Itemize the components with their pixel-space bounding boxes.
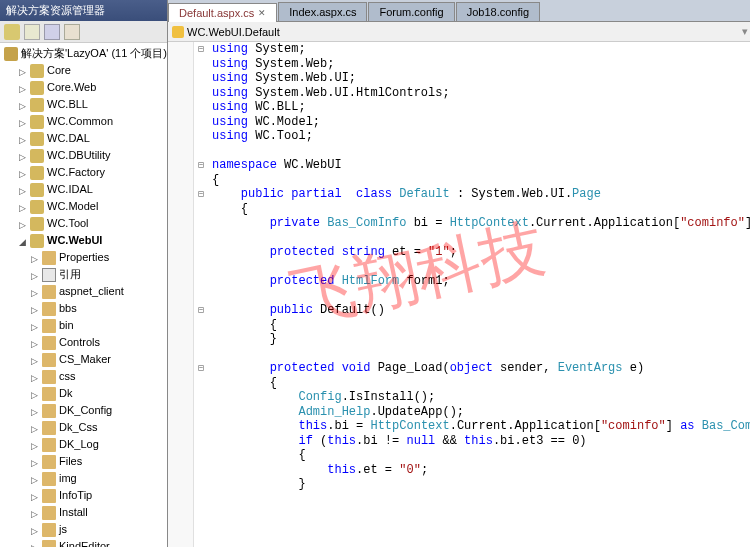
expand-icon[interactable]: ▷ [28,354,40,366]
expand-icon[interactable]: ▷ [16,133,28,145]
code-line[interactable]: protected string et = "1"; [212,245,750,260]
code-line[interactable]: private Bas_ComInfo bi = HttpContext.Cur… [212,216,750,231]
code-line[interactable]: { [212,318,750,333]
code-line[interactable]: using System; [212,42,750,57]
expand-icon[interactable]: ▷ [28,456,40,468]
code-line[interactable]: Admin_Help.UpdateApp(); [212,405,750,420]
code-line[interactable]: protected HtmlForm form1; [212,274,750,289]
code-line[interactable]: using System.Web; [212,57,750,72]
code-area[interactable]: using System;using System.Web;using Syst… [208,42,750,547]
expand-icon[interactable]: ▷ [28,286,40,298]
tree-folder[interactable]: ▷bin [0,317,167,334]
project-node[interactable]: ▷WC.DAL [0,130,167,147]
toolbar-home-icon[interactable] [24,24,40,40]
code-line[interactable]: this.et = "0"; [212,463,750,478]
code-line[interactable]: using System.Web.UI; [212,71,750,86]
code-line[interactable] [212,289,750,304]
fold-toggle[interactable]: ⊟ [194,158,208,173]
expand-icon[interactable]: ▷ [28,388,40,400]
expand-icon[interactable]: ▷ [28,405,40,417]
solution-node[interactable]: 解决方案'LazyOA' (11 个项目) [0,45,167,62]
expand-icon[interactable]: ▷ [28,303,40,315]
tree-folder[interactable]: ▷KindEditor [0,538,167,547]
code-line[interactable] [212,144,750,159]
project-active[interactable]: ◢ WC.WebUI [0,232,167,249]
expand-icon[interactable]: ▷ [28,252,40,264]
code-line[interactable]: if (this.bi != null && this.bi.et3 == 0) [212,434,750,449]
code-line[interactable] [212,347,750,362]
toolbar-refresh-icon[interactable] [4,24,20,40]
expand-icon[interactable]: ▷ [28,507,40,519]
toolbar-showall-icon[interactable] [64,24,80,40]
fold-toggle[interactable]: ⊟ [194,361,208,376]
tree-folder[interactable]: ▷InfoTip [0,487,167,504]
code-line[interactable]: protected void Page_Load(object sender, … [212,361,750,376]
fold-toggle[interactable]: ⊟ [194,42,208,57]
editor-tab[interactable]: Job18.config [456,2,540,21]
code-line[interactable]: using System.Web.UI.HtmlControls; [212,86,750,101]
tree-folder[interactable]: ▷img [0,470,167,487]
tree-folder[interactable]: ▷DK_Config [0,402,167,419]
expand-icon[interactable]: ▷ [16,99,28,111]
code-line[interactable]: public Default() [212,303,750,318]
code-line[interactable]: Config.IsInstall(); [212,390,750,405]
fold-toggle[interactable]: ⊟ [194,187,208,202]
editor-tab[interactable]: Default.aspx.cs✕ [168,3,277,22]
project-node[interactable]: ▷WC.BLL [0,96,167,113]
expand-icon[interactable]: ◢ [16,235,28,247]
tree-folder[interactable]: ▷Dk_Css [0,419,167,436]
expand-icon[interactable]: ▷ [28,422,40,434]
tree-folder[interactable]: ▷Controls [0,334,167,351]
tree-folder[interactable]: ▷bbs [0,300,167,317]
expand-icon[interactable]: ▷ [16,65,28,77]
expand-icon[interactable]: ▷ [28,371,40,383]
tree-folder[interactable]: ▷Files [0,453,167,470]
expand-icon[interactable]: ▷ [16,150,28,162]
project-node[interactable]: ▷Core [0,62,167,79]
expand-icon[interactable]: ▷ [16,167,28,179]
expand-icon[interactable]: ▷ [28,337,40,349]
fold-toggle[interactable]: ⊟ [194,303,208,318]
tree-folder[interactable]: ▷css [0,368,167,385]
tree-folder[interactable]: ▷Install [0,504,167,521]
expand-icon[interactable]: ▷ [16,184,28,196]
code-line[interactable]: } [212,332,750,347]
fold-column[interactable]: ⊟⊟⊟⊟⊟ [194,42,208,547]
toolbar-properties-icon[interactable] [44,24,60,40]
close-icon[interactable]: ✕ [258,8,266,18]
code-line[interactable]: { [212,376,750,391]
project-node[interactable]: ▷WC.IDAL [0,181,167,198]
code-line[interactable]: using WC.Model; [212,115,750,130]
tree-folder[interactable]: ▷js [0,521,167,538]
editor-tab[interactable]: Index.aspx.cs [278,2,367,21]
code-line[interactable]: { [212,448,750,463]
code-editor[interactable]: ⊟⊟⊟⊟⊟ using System;using System.Web;usin… [168,42,750,547]
tree-folder[interactable]: ▷DK_Log [0,436,167,453]
tree-folder[interactable]: ▷引用 [0,266,167,283]
expand-icon[interactable]: ▷ [16,218,28,230]
project-node[interactable]: ▷WC.Tool [0,215,167,232]
project-node[interactable]: ▷WC.Factory [0,164,167,181]
expand-icon[interactable]: ▷ [28,490,40,502]
explorer-tree[interactable]: 解决方案'LazyOA' (11 个项目) ▷Core▷Core.Web▷WC.… [0,43,167,547]
expand-icon[interactable]: ▷ [28,269,40,281]
expand-icon[interactable]: ▷ [16,82,28,94]
expand-icon[interactable]: ▷ [28,541,40,548]
code-line[interactable]: } [212,477,750,492]
tree-folder[interactable]: ▷Properties [0,249,167,266]
code-line[interactable]: namespace WC.WebUI [212,158,750,173]
expand-icon[interactable]: ▷ [16,201,28,213]
expand-icon[interactable]: ▷ [28,439,40,451]
code-line[interactable] [212,231,750,246]
expand-icon[interactable]: ▷ [28,320,40,332]
tree-folder[interactable]: ▷aspnet_client [0,283,167,300]
expand-icon[interactable]: ▷ [28,473,40,485]
expand-icon[interactable]: ▷ [28,524,40,536]
code-line[interactable] [212,260,750,275]
expand-icon[interactable]: ▷ [16,116,28,128]
nav-member-dropdown[interactable]: ▾ Page_Load(object s [742,25,750,38]
tree-folder[interactable]: ▷Dk [0,385,167,402]
code-line[interactable]: this.bi = HttpContext.Current.Applicatio… [212,419,750,434]
code-line[interactable]: public partial class Default : System.We… [212,187,750,202]
project-node[interactable]: ▷WC.Model [0,198,167,215]
